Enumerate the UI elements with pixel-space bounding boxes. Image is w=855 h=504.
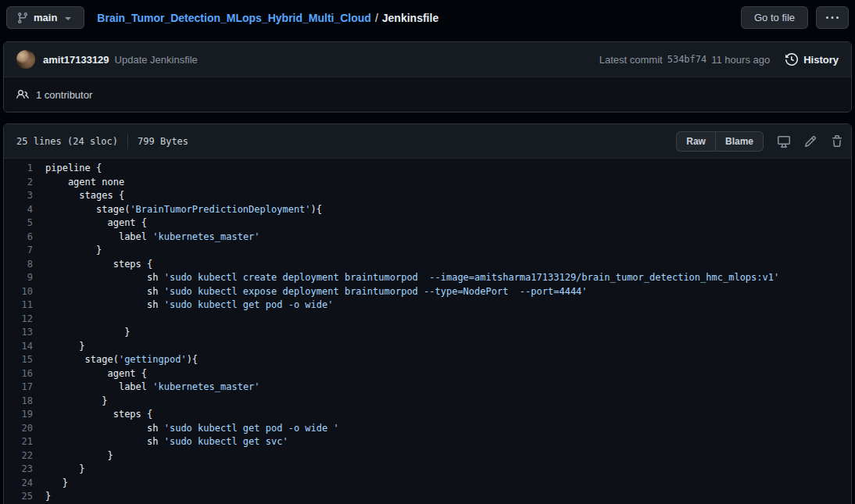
line-content: } [33, 463, 85, 477]
line-content: } [33, 326, 130, 340]
code-string-segment: 'BrainTumorPredictionDeployment' [130, 204, 310, 215]
author-avatar[interactable] [16, 50, 35, 69]
line-number[interactable]: 19 [4, 408, 33, 422]
line-number[interactable]: 22 [4, 449, 33, 463]
code-string-segment: 'sudo kubectl expose deployment braintum… [164, 286, 588, 297]
code-text-segment: sh [45, 299, 164, 310]
line-number[interactable]: 13 [4, 326, 33, 340]
line-number[interactable]: 20 [4, 422, 33, 436]
code-line: 11 sh 'sudo kubectl get pod -o wide' [4, 298, 851, 313]
code-line: 20 sh 'sudo kubectl get pod -o wide ' [4, 422, 851, 436]
code-line: 8 steps { [4, 258, 851, 272]
code-line: 19 steps { [4, 408, 851, 422]
code-text-segment: sh [45, 272, 164, 283]
raw-button[interactable]: Raw [677, 132, 715, 151]
code-view: 1pipeline {2 agent none3 stages {4 stage… [4, 159, 851, 504]
file-actions: Raw Blame [676, 131, 843, 152]
code-line: 17 label 'kubernetes_master' [4, 381, 851, 395]
current-branch-label: main [34, 12, 57, 23]
line-content: } [33, 244, 102, 258]
commit-author-link[interactable]: amit17133129 [43, 54, 109, 66]
commit-message-link[interactable]: Update Jenkinsfile [115, 54, 198, 66]
line-number[interactable]: 3 [4, 189, 33, 203]
line-number[interactable]: 15 [4, 353, 33, 367]
code-text-segment: agent { [45, 368, 147, 379]
line-content: agent { [33, 367, 147, 381]
line-number[interactable]: 17 [4, 381, 33, 395]
code-line: 25} [4, 490, 851, 504]
people-icon [16, 88, 29, 101]
code-string-segment: 'kubernetes_master' [152, 231, 259, 242]
breadcrumb-file-name: Jenkinsfile [382, 12, 438, 24]
trash-icon[interactable] [831, 135, 843, 148]
latest-commit-label: Latest commit [599, 54, 663, 66]
code-text-segment: ){ [187, 354, 198, 365]
commit-sha-link[interactable]: 534bf74 [667, 54, 707, 65]
line-number[interactable]: 8 [4, 258, 33, 272]
line-content: } [33, 490, 51, 504]
git-branch-icon [16, 12, 29, 24]
code-text-segment: label [45, 381, 152, 392]
line-content: pipeline { [33, 162, 102, 176]
breadcrumb-repo-link[interactable]: Brain_Tumor_Detection_MLops_Hybrid_Multi… [97, 12, 371, 24]
line-number[interactable]: 11 [4, 298, 33, 313]
line-number[interactable]: 4 [4, 203, 33, 217]
line-content: } [33, 395, 107, 409]
go-to-file-button[interactable]: Go to file [741, 6, 808, 29]
code-string-segment: 'sudo kubectl get svc' [164, 436, 288, 447]
line-number[interactable]: 7 [4, 244, 33, 258]
code-text-segment: sh [45, 436, 164, 447]
code-text-segment: } [45, 245, 102, 256]
code-line: 14 } [4, 340, 851, 354]
history-link[interactable]: History [785, 53, 839, 66]
code-line: 9 sh 'sudo kubectl create deployment bra… [4, 271, 851, 285]
code-text-segment: agent { [45, 217, 147, 228]
code-text-segment: sh [45, 286, 164, 297]
blame-button[interactable]: Blame [715, 132, 763, 151]
file-nav-bar: main Brain_Tumor_Detection_MLops_Hybrid_… [0, 0, 855, 35]
line-number[interactable]: 23 [4, 463, 33, 477]
line-number[interactable]: 24 [4, 477, 33, 491]
line-number[interactable]: 9 [4, 271, 33, 285]
line-content: sh 'sudo kubectl get pod -o wide ' [33, 422, 339, 436]
chevron-down-icon [62, 12, 74, 24]
line-content: } [33, 477, 68, 491]
code-line: 1pipeline { [4, 162, 851, 176]
line-number[interactable]: 5 [4, 216, 33, 231]
code-line: 18 } [4, 395, 851, 409]
code-line: 23 } [4, 463, 851, 477]
commit-meta: Latest commit 534bf74 11 hours ago Histo… [599, 53, 839, 66]
history-label: History [803, 54, 839, 66]
code-line: 22 } [4, 449, 851, 463]
line-content: label 'kubernetes_master' [33, 381, 260, 395]
line-number[interactable]: 12 [4, 313, 33, 327]
line-number[interactable]: 14 [4, 340, 33, 354]
more-options-button[interactable] [816, 6, 849, 29]
latest-commit-bar: amit17133129 Update Jenkinsfile Latest c… [4, 42, 851, 77]
line-number[interactable]: 10 [4, 285, 33, 299]
device-desktop-icon[interactable] [778, 135, 790, 148]
line-number[interactable]: 6 [4, 231, 33, 245]
code-line: 10 sh 'sudo kubectl expose deployment br… [4, 285, 851, 299]
code-line: 15 stage('gettingpod'){ [4, 353, 851, 367]
code-line: 3 stages { [4, 189, 851, 203]
file-header-bar: 25 lines (24 sloc) 799 Bytes Raw Blame [4, 124, 851, 159]
line-content: } [33, 449, 113, 463]
commit-time: 11 hours ago [711, 54, 770, 66]
line-number[interactable]: 16 [4, 367, 33, 381]
code-line: 4 stage('BrainTumorPredictionDeployment'… [4, 203, 851, 217]
code-text-segment: ){ [311, 204, 322, 215]
contributors-row[interactable]: 1 contributor [4, 77, 851, 112]
line-number[interactable]: 25 [4, 490, 33, 504]
code-line: 21 sh 'sudo kubectl get svc' [4, 435, 851, 449]
line-number[interactable]: 18 [4, 395, 33, 409]
line-number[interactable]: 21 [4, 435, 33, 449]
code-text-segment: } [45, 327, 130, 338]
code-line: 6 label 'kubernetes_master' [4, 231, 851, 245]
pencil-icon[interactable] [804, 135, 817, 148]
breadcrumb: Brain_Tumor_Detection_MLops_Hybrid_Multi… [97, 12, 438, 24]
line-number[interactable]: 2 [4, 176, 33, 190]
line-number[interactable]: 1 [4, 162, 33, 176]
branch-selector-button[interactable]: main [6, 6, 84, 29]
breadcrumb-separator: / [375, 12, 378, 24]
